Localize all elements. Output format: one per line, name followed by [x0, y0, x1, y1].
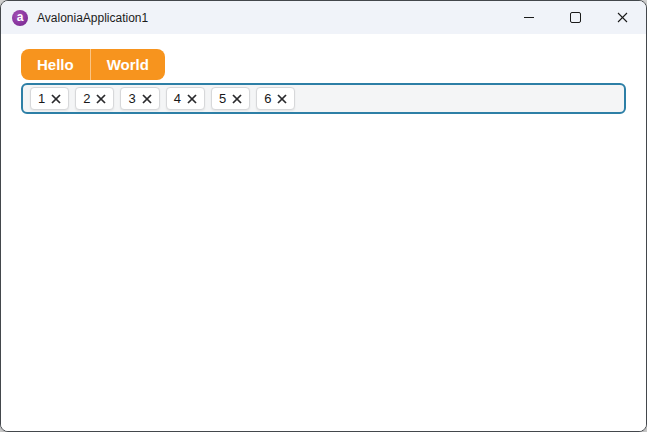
chip-remove-button[interactable] [187, 94, 197, 104]
chip-label: 3 [128, 91, 135, 106]
chip-remove-button[interactable] [232, 94, 242, 104]
tab-hello[interactable]: Hello [21, 49, 91, 80]
chip-remove-button[interactable] [277, 94, 287, 104]
close-icon [617, 12, 628, 23]
tab-strip: Hello World [21, 49, 165, 80]
remove-x-icon [277, 94, 287, 104]
content-area: Hello World 1 2 3 [1, 34, 646, 431]
chip-remove-button[interactable] [51, 94, 61, 104]
remove-x-icon [187, 94, 197, 104]
chip: 5 [211, 87, 250, 110]
tab-world[interactable]: World [91, 49, 165, 80]
chip: 6 [256, 87, 295, 110]
chip-remove-button[interactable] [96, 94, 106, 104]
chip: 3 [120, 87, 159, 110]
chip: 4 [166, 87, 205, 110]
chip: 2 [75, 87, 114, 110]
app-window: a AvaloniaApplication1 Hello World 1 [0, 0, 647, 432]
chip-label: 5 [219, 91, 226, 106]
close-button[interactable] [599, 1, 646, 34]
remove-x-icon [51, 94, 61, 104]
chip-label: 1 [38, 91, 45, 106]
chip-label: 6 [264, 91, 271, 106]
maximize-button[interactable] [552, 1, 599, 34]
minimize-icon [524, 17, 534, 18]
tags-input[interactable]: 1 2 3 4 [21, 83, 626, 114]
chip-label: 2 [83, 91, 90, 106]
remove-x-icon [232, 94, 242, 104]
chip-label: 4 [174, 91, 181, 106]
chip-remove-button[interactable] [142, 94, 152, 104]
avalonia-logo-icon: a [12, 10, 28, 26]
remove-x-icon [142, 94, 152, 104]
minimize-button[interactable] [505, 1, 552, 34]
title-bar: a AvaloniaApplication1 [1, 1, 646, 34]
window-controls [505, 1, 646, 34]
remove-x-icon [96, 94, 106, 104]
maximize-icon [570, 12, 581, 23]
window-title: AvaloniaApplication1 [37, 11, 148, 25]
chip: 1 [30, 87, 69, 110]
